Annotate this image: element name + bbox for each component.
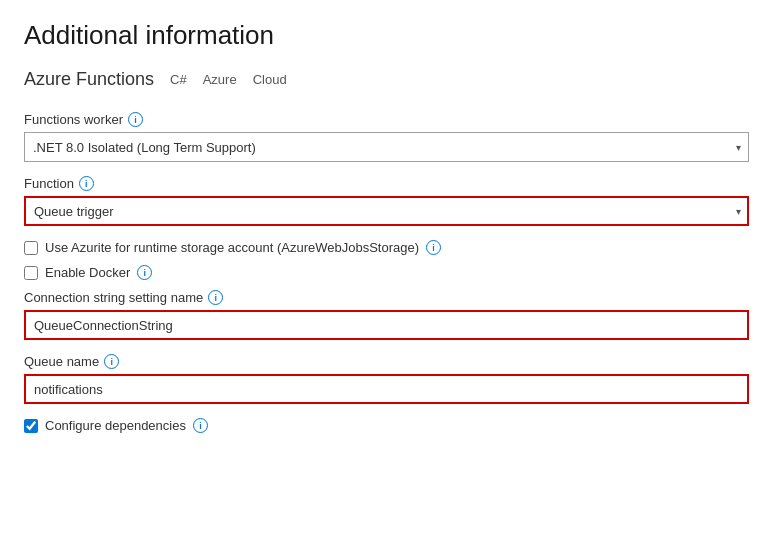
function-label-text: Function bbox=[24, 176, 74, 191]
connection-string-input[interactable] bbox=[24, 310, 749, 340]
queue-name-info-icon[interactable]: i bbox=[104, 354, 119, 369]
configure-dependencies-checkbox[interactable] bbox=[24, 419, 38, 433]
enable-docker-info-icon[interactable]: i bbox=[137, 265, 152, 280]
subtitle-row: Azure Functions C# Azure Cloud bbox=[24, 69, 749, 90]
subtitle-tag-cloud: Cloud bbox=[253, 72, 287, 87]
configure-dependencies-row: Configure dependencies i bbox=[24, 418, 749, 433]
functions-worker-select-wrapper: .NET 8.0 Isolated (Long Term Support) .N… bbox=[24, 132, 749, 162]
queue-name-label-text: Queue name bbox=[24, 354, 99, 369]
queue-name-input[interactable] bbox=[24, 374, 749, 404]
subtitle-tag-csharp: C# bbox=[170, 72, 187, 87]
configure-dependencies-label: Configure dependencies bbox=[45, 418, 186, 433]
connection-string-info-icon[interactable]: i bbox=[208, 290, 223, 305]
subtitle-tag-azure: Azure bbox=[203, 72, 237, 87]
subtitle-main: Azure Functions bbox=[24, 69, 154, 90]
functions-worker-group: Functions worker i .NET 8.0 Isolated (Lo… bbox=[24, 112, 749, 162]
page-title: Additional information bbox=[24, 20, 749, 51]
use-azurite-checkbox[interactable] bbox=[24, 241, 38, 255]
use-azurite-label: Use Azurite for runtime storage account … bbox=[45, 240, 419, 255]
function-label: Function i bbox=[24, 176, 749, 191]
functions-worker-label: Functions worker i bbox=[24, 112, 749, 127]
enable-docker-row: Enable Docker i bbox=[24, 265, 749, 280]
queue-name-label: Queue name i bbox=[24, 354, 749, 369]
use-azurite-row: Use Azurite for runtime storage account … bbox=[24, 240, 749, 255]
queue-name-group: Queue name i bbox=[24, 354, 749, 404]
functions-worker-select[interactable]: .NET 8.0 Isolated (Long Term Support) .N… bbox=[24, 132, 749, 162]
connection-string-label-text: Connection string setting name bbox=[24, 290, 203, 305]
function-select[interactable]: Queue trigger HTTP trigger Timer trigger… bbox=[24, 196, 749, 226]
enable-docker-label: Enable Docker bbox=[45, 265, 130, 280]
function-group: Function i Queue trigger HTTP trigger Ti… bbox=[24, 176, 749, 226]
use-azurite-info-icon[interactable]: i bbox=[426, 240, 441, 255]
function-info-icon[interactable]: i bbox=[79, 176, 94, 191]
connection-string-label: Connection string setting name i bbox=[24, 290, 749, 305]
functions-worker-label-text: Functions worker bbox=[24, 112, 123, 127]
connection-string-group: Connection string setting name i bbox=[24, 290, 749, 340]
enable-docker-checkbox[interactable] bbox=[24, 266, 38, 280]
function-select-wrapper: Queue trigger HTTP trigger Timer trigger… bbox=[24, 196, 749, 226]
functions-worker-info-icon[interactable]: i bbox=[128, 112, 143, 127]
configure-dependencies-info-icon[interactable]: i bbox=[193, 418, 208, 433]
